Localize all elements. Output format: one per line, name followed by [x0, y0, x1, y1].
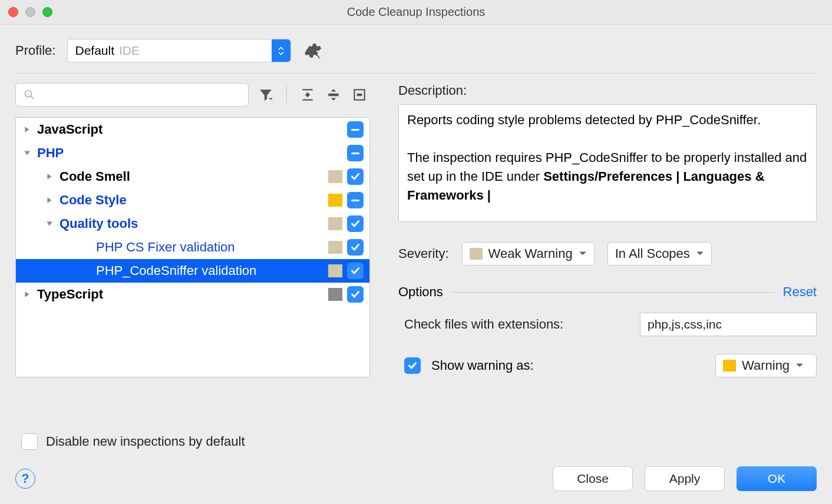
- inspection-checkbox[interactable]: [347, 121, 364, 138]
- show-warning-checkbox[interactable]: [404, 357, 421, 374]
- warning-combo-text: Warning: [742, 358, 790, 373]
- extensions-row: Check files with extensions: php,js,css,…: [398, 313, 817, 336]
- severity-row: Severity: Weak Warning In All Scopes: [398, 242, 817, 266]
- extensions-label: Check files with extensions:: [398, 317, 629, 332]
- profile-select[interactable]: Default IDE: [67, 39, 291, 62]
- description-label: Description:: [398, 83, 817, 98]
- tree-item[interactable]: PHP: [16, 141, 369, 165]
- severity-swatch: [328, 241, 342, 254]
- tree-item[interactable]: PHP CS Fixer validation: [16, 236, 369, 259]
- description-text: Reports coding style problems detected b…: [407, 111, 808, 130]
- description-box: Reports coding style problems detected b…: [398, 104, 817, 222]
- profile-row: Profile: Default IDE: [0, 25, 832, 73]
- chevron-right-icon[interactable]: [22, 126, 32, 133]
- chevron-right-icon[interactable]: [22, 291, 32, 298]
- chevron-right-icon[interactable]: [44, 197, 55, 204]
- bottom-bar: Disable new inspections by default ? Clo…: [0, 422, 832, 504]
- separator: [286, 86, 287, 104]
- search-icon: [23, 88, 36, 101]
- inspection-checkbox[interactable]: [347, 215, 364, 232]
- description-text2: The inspection requires PHP_CodeSniffer …: [407, 148, 808, 205]
- check-icon: [407, 360, 418, 371]
- chevron-down-icon[interactable]: [44, 220, 55, 227]
- inspection-checkbox[interactable]: [347, 286, 364, 303]
- tree-item-label: PHP CS Fixer validation: [91, 240, 328, 255]
- minimize-window-icon[interactable]: [25, 7, 35, 17]
- show-all-icon[interactable]: [352, 87, 367, 102]
- tree-item-label: PHP: [32, 145, 347, 161]
- apply-button[interactable]: Apply: [645, 466, 725, 491]
- buttons: Close Apply OK: [553, 466, 817, 491]
- chevron-right-icon[interactable]: [44, 173, 55, 180]
- extensions-input[interactable]: php,js,css,inc: [640, 313, 817, 336]
- filter-icon[interactable]: [258, 87, 273, 102]
- tree-item[interactable]: PHP_CodeSniffer validation: [16, 259, 369, 283]
- chevron-down-icon: [795, 363, 804, 369]
- severity-scope-text: In All Scopes: [615, 246, 690, 261]
- warning-combo[interactable]: Warning: [715, 354, 817, 377]
- toolbar-icons: [250, 86, 367, 104]
- show-warning-row: Show warning as: Warning: [398, 354, 817, 377]
- severity-label: Severity:: [398, 246, 449, 261]
- warning-swatch: [723, 360, 736, 372]
- severity-swatch: [328, 194, 342, 207]
- ok-button[interactable]: OK: [737, 466, 817, 491]
- options-header: Options Reset: [398, 284, 817, 300]
- severity-scope-combo[interactable]: In All Scopes: [608, 242, 712, 266]
- chevron-down-icon: [579, 251, 587, 257]
- close-button[interactable]: Close: [553, 466, 633, 491]
- right-pane: Description: Reports coding style proble…: [398, 83, 817, 377]
- left-pane: JavaScriptPHPCode SmellCode StyleQuality…: [15, 83, 370, 377]
- severity-swatch: [328, 170, 342, 183]
- tree-item-label: Quality tools: [55, 216, 328, 231]
- tree-item-label: JavaScript: [32, 122, 347, 137]
- profile-label: Profile:: [15, 43, 55, 58]
- disable-new-checkbox[interactable]: [21, 433, 38, 450]
- tree-item[interactable]: Code Style: [16, 188, 369, 212]
- titlebar: Code Cleanup Inspections: [0, 0, 832, 25]
- show-warning-label: Show warning as:: [431, 358, 705, 373]
- updown-icon: [272, 39, 290, 62]
- svg-marker-2: [269, 98, 273, 100]
- collapse-all-icon[interactable]: [326, 87, 341, 102]
- tree-item-label: TypeScript: [32, 287, 328, 302]
- tree-item-label: Code Smell: [55, 169, 328, 184]
- chevron-down-icon: [696, 251, 704, 257]
- profile-value: Default: [68, 44, 114, 58]
- disable-row: Disable new inspections by default: [15, 433, 817, 450]
- tree-item[interactable]: Code Smell: [16, 165, 369, 188]
- severity-level-text: Weak Warning: [488, 246, 573, 261]
- inspection-checkbox[interactable]: [347, 192, 364, 208]
- reset-link[interactable]: Reset: [783, 284, 817, 300]
- options-title: Options: [398, 284, 443, 300]
- inspection-checkbox[interactable]: [347, 168, 364, 185]
- button-row: ? Close Apply OK: [15, 466, 817, 491]
- svg-rect-4: [357, 94, 362, 96]
- tree-item-label: PHP_CodeSniffer validation: [91, 263, 328, 278]
- traffic-lights: [8, 7, 52, 17]
- inspection-checkbox[interactable]: [347, 263, 364, 279]
- maximize-window-icon[interactable]: [42, 7, 52, 17]
- tree-item[interactable]: TypeScript: [16, 283, 369, 306]
- inspection-tree[interactable]: JavaScriptPHPCode SmellCode StyleQuality…: [15, 117, 370, 377]
- chevron-down-icon[interactable]: [22, 150, 32, 157]
- inspection-checkbox[interactable]: [347, 239, 364, 256]
- expand-all-icon[interactable]: [300, 87, 315, 102]
- severity-swatch: [328, 288, 342, 301]
- severity-swatch: [328, 264, 342, 277]
- options-divider: [451, 292, 775, 293]
- help-icon[interactable]: ?: [15, 469, 35, 489]
- close-window-icon[interactable]: [8, 7, 18, 17]
- inspection-checkbox[interactable]: [347, 145, 364, 161]
- profile-scope: IDE: [114, 44, 140, 58]
- gear-icon[interactable]: [303, 41, 322, 60]
- severity-swatch: [470, 248, 483, 260]
- window-title: Code Cleanup Inspections: [347, 5, 486, 19]
- severity-swatch: [328, 217, 342, 230]
- severity-level-combo[interactable]: Weak Warning: [462, 242, 595, 266]
- search-input[interactable]: [15, 83, 249, 107]
- disable-label: Disable new inspections by default: [46, 434, 245, 449]
- tree-item[interactable]: Quality tools: [16, 212, 369, 236]
- tree-item[interactable]: JavaScript: [16, 118, 369, 141]
- tree-item-label: Code Style: [55, 193, 328, 208]
